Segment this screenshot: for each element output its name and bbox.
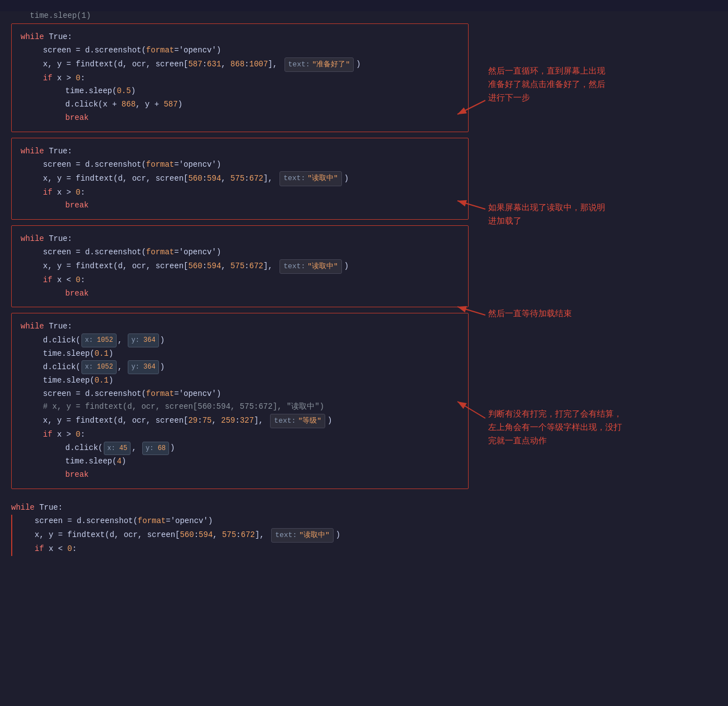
line-b1-1: while True: bbox=[21, 31, 459, 44]
line-b4-5: time.sleep(0.1) bbox=[21, 374, 459, 388]
line-b4-8: x, y = findtext(d, ocr, screen[29:75, 25… bbox=[21, 414, 459, 428]
code-area: while True: screen = d.screenshot(format… bbox=[0, 23, 469, 556]
annotation-2: 如果屏幕出现了读取中，那说明进加载了 bbox=[488, 201, 611, 228]
code-block-2: while True: screen = d.screenshot(format… bbox=[11, 138, 469, 220]
line-b3-2: screen = d.screenshot(format='opencv') bbox=[21, 246, 459, 259]
line-b2-2: screen = d.screenshot(format='opencv') bbox=[21, 158, 459, 172]
line-bot-3: x, y = findtext(d, ocr, screen[560:594, … bbox=[12, 528, 469, 543]
annotation-3: 然后一直等待加载结束 bbox=[488, 307, 611, 320]
bottom-block: while True: screen = d.screenshot(format… bbox=[11, 495, 469, 555]
code-block-3: while True: screen = d.screenshot(format… bbox=[11, 225, 469, 307]
line-b1-6: d.click(x + 868, y + 587) bbox=[21, 98, 459, 112]
line-b3-5: break bbox=[21, 287, 459, 301]
line-b3-1: while True: bbox=[21, 233, 459, 246]
line-b2-5: break bbox=[21, 199, 459, 212]
top-comment-line: time.sleep(1) bbox=[0, 11, 728, 20]
line-b2-1: while True: bbox=[21, 145, 459, 158]
code-block-4: while True: d.click( x: 1052 , y: 364 ) … bbox=[11, 313, 469, 489]
line-b1-4: if x > 0: bbox=[21, 72, 459, 85]
line-b1-2: screen = d.screenshot(format='opencv') bbox=[21, 44, 459, 57]
line-bot-1: while True: bbox=[11, 501, 469, 515]
line-b1-7: break bbox=[21, 112, 459, 125]
line-b2-3: x, y = findtext(d, ocr, screen[560:594, … bbox=[21, 171, 459, 186]
code-block-1: while True: screen = d.screenshot(format… bbox=[11, 23, 469, 132]
annotation-4: 判断有没有打完，打完了会有结算，左上角会有一个等级字样出现，没打完就一直点动作 bbox=[488, 407, 622, 447]
line-b1-3: x, y = findtext(d, ocr, screen[587:631, … bbox=[21, 57, 459, 72]
line-b4-3: time.sleep(0.1) bbox=[21, 347, 459, 361]
line-b4-12: break bbox=[21, 468, 459, 482]
line-b4-6: screen = d.screenshot(format='opencv') bbox=[21, 388, 459, 401]
line-b4-2: d.click( x: 1052 , y: 364 ) bbox=[21, 333, 459, 347]
line-b4-7: # x, y = findtext(d, ocr, screen[560:594… bbox=[21, 400, 459, 414]
line-b3-4: if x < 0: bbox=[21, 274, 459, 287]
annotation-1: 然后一直循环，直到屏幕上出现准备好了就点击准备好了，然后进行下一步 bbox=[488, 64, 611, 104]
line-b4-10: d.click( x: 45 , y: 68 ) bbox=[21, 442, 459, 455]
line-b4-1: while True: bbox=[21, 320, 459, 333]
line-b4-11: time.sleep(4) bbox=[21, 455, 459, 468]
line-b2-4: if x > 0: bbox=[21, 186, 459, 200]
line-b3-3: x, y = findtext(d, ocr, screen[560:594, … bbox=[21, 259, 459, 274]
line-b4-9: if x > 0: bbox=[21, 428, 459, 442]
line-bot-2: screen = d.screenshot(format='opencv') bbox=[12, 515, 469, 528]
line-b1-5: time.sleep(0.5) bbox=[21, 85, 459, 98]
page-container: time.sleep(1) while True: screen = d.scr… bbox=[0, 11, 728, 706]
line-b4-4: d.click( x: 1052 , y: 364 ) bbox=[21, 360, 459, 374]
line-bot-4: if x < 0: bbox=[12, 543, 469, 556]
